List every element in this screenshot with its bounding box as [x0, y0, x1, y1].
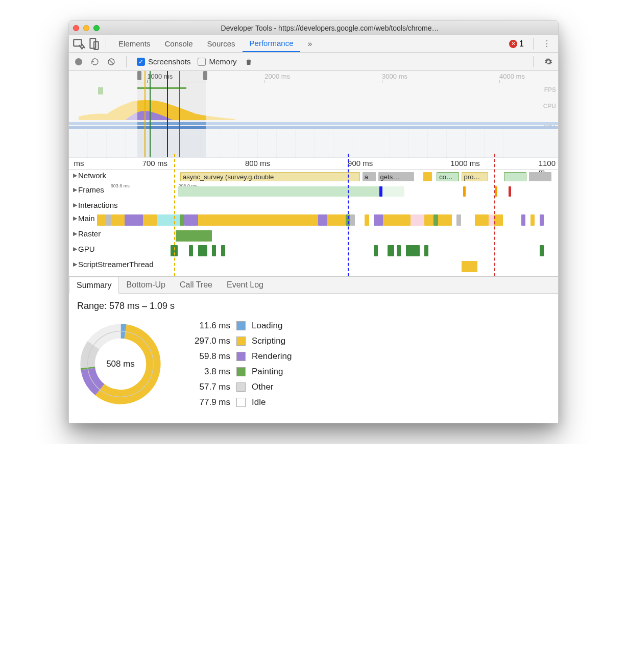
memory-checkbox[interactable]: Memory	[198, 57, 236, 66]
gpu-bar[interactable]	[189, 245, 193, 256]
delete-recording-button[interactable]	[244, 57, 253, 66]
reload-button[interactable]	[90, 57, 100, 66]
zoom-icon[interactable]	[93, 25, 100, 31]
network-bar[interactable]: a	[363, 172, 376, 181]
main-task-bar[interactable]	[365, 214, 369, 226]
main-task-bar[interactable]	[184, 214, 198, 226]
inspect-element-icon[interactable]	[72, 37, 85, 51]
legend-swatch	[236, 352, 246, 361]
lane-label: Raster	[78, 229, 101, 238]
disclosure-triangle-icon[interactable]: ▶	[73, 202, 77, 208]
gpu-bar[interactable]	[397, 245, 401, 256]
main-task-bar[interactable]	[106, 214, 111, 226]
main-task-bar[interactable]	[180, 214, 184, 226]
frame-bar[interactable]	[382, 186, 404, 197]
main-task-bar[interactable]	[411, 214, 424, 226]
main-task-bar[interactable]	[530, 214, 535, 226]
gpu-bar[interactable]	[540, 245, 544, 256]
screenshots-checkbox[interactable]: ✓ Screenshots	[137, 57, 190, 66]
main-task-bar[interactable]	[374, 214, 383, 226]
lane-network[interactable]: ▶Network async_survey (survey.g.double a…	[69, 170, 558, 184]
main-task-bar[interactable]	[350, 214, 355, 226]
legend-label: Rendering	[252, 351, 292, 362]
settings-icon[interactable]	[544, 57, 553, 66]
legend-value: 57.7 ms	[184, 382, 230, 392]
clear-button[interactable]	[107, 57, 116, 66]
gpu-bar[interactable]	[198, 245, 207, 256]
selection-handle-left[interactable]	[137, 71, 141, 80]
toggle-device-icon[interactable]	[87, 37, 101, 51]
network-bar[interactable]: async_survey (survey.g.double	[180, 172, 360, 181]
gpu-bar[interactable]	[406, 245, 420, 256]
legend: 11.6 msLoading297.0 msScripting59.8 msRe…	[184, 321, 292, 407]
lane-interactions[interactable]: ▶Interactions	[69, 200, 558, 213]
network-bar[interactable]: pro…	[462, 172, 489, 181]
gpu-bar[interactable]	[212, 245, 216, 256]
lane-script-streamer[interactable]: ▶ScriptStreamerThread	[69, 259, 558, 276]
legend-label: Scripting	[252, 336, 292, 346]
main-task-bar[interactable]	[521, 214, 525, 226]
disclosure-triangle-icon[interactable]: ▶	[73, 186, 77, 193]
legend-label: Painting	[252, 367, 292, 377]
network-bar[interactable]	[529, 172, 551, 181]
lane-main[interactable]: ▶Main	[69, 213, 558, 228]
disclosure-triangle-icon[interactable]: ▶	[73, 246, 77, 252]
lane-frames[interactable]: ▶Frames 603.6 ms 206.0 ms	[69, 184, 558, 200]
gpu-bar[interactable]	[221, 245, 225, 256]
lane-label: Interactions	[78, 201, 118, 209]
lane-gpu[interactable]: ▶GPU	[69, 244, 558, 259]
tab-console[interactable]: Console	[158, 35, 200, 52]
frame-bar[interactable]	[178, 186, 381, 197]
disclosure-triangle-icon[interactable]: ▶	[73, 172, 77, 179]
summary-tab-event-log[interactable]: Event Log	[220, 277, 271, 293]
lane-raster[interactable]: ▶Raster	[69, 228, 558, 244]
record-button[interactable]	[74, 57, 83, 66]
minimize-icon[interactable]	[83, 25, 89, 31]
gpu-bar[interactable]	[424, 245, 428, 256]
divider	[126, 56, 127, 67]
main-task-bar[interactable]	[540, 214, 544, 226]
summary-tab-summary[interactable]: Summary	[69, 277, 119, 294]
network-bar[interactable]: gets…	[378, 172, 414, 181]
main-task-bar[interactable]	[143, 214, 157, 226]
main-task-bar[interactable]	[198, 214, 318, 226]
main-task-bar[interactable]	[438, 214, 452, 226]
tab-performance[interactable]: Performance	[243, 35, 301, 52]
main-task-bar[interactable]	[327, 214, 346, 226]
main-task-bar[interactable]	[475, 214, 489, 226]
marker-line	[348, 154, 349, 276]
selection-handle-right[interactable]	[203, 71, 207, 80]
main-task-bar[interactable]	[433, 214, 438, 226]
main-task-bar[interactable]	[424, 214, 433, 226]
kebab-menu-icon[interactable]: ⋮	[539, 39, 555, 49]
close-icon[interactable]	[73, 25, 79, 31]
main-task-bar[interactable]	[97, 214, 106, 226]
overview-strip[interactable]: 1000 ms2000 ms3000 ms4000 ms FPS CPU NET	[69, 71, 558, 158]
network-bar[interactable]	[423, 172, 432, 181]
main-task-bar[interactable]	[489, 214, 493, 226]
main-task-bar[interactable]	[125, 214, 143, 226]
gpu-bar[interactable]	[374, 245, 378, 256]
tab-sources[interactable]: Sources	[200, 35, 243, 52]
main-task-bar[interactable]	[111, 214, 125, 226]
task-bar[interactable]	[462, 261, 478, 272]
disclosure-triangle-icon[interactable]: ▶	[73, 261, 77, 268]
gpu-bar[interactable]	[388, 245, 395, 256]
legend-value: 59.8 ms	[184, 351, 230, 362]
main-task-bar[interactable]	[318, 214, 327, 226]
error-badge[interactable]: ✕ 1	[509, 39, 524, 49]
network-bar[interactable]	[504, 172, 526, 181]
summary-tab-bottom-up[interactable]: Bottom-Up	[119, 277, 172, 293]
main-task-bar[interactable]	[456, 214, 461, 226]
main-task-bar[interactable]	[157, 214, 180, 226]
summary-tab-call-tree[interactable]: Call Tree	[173, 277, 220, 293]
disclosure-triangle-icon[interactable]: ▶	[73, 215, 77, 222]
more-tabs-button[interactable]: »	[302, 39, 317, 49]
network-bar[interactable]: co…	[437, 172, 459, 181]
disclosure-triangle-icon[interactable]: ▶	[73, 230, 77, 237]
tab-elements[interactable]: Elements	[111, 35, 158, 52]
main-task-bar[interactable]	[383, 214, 411, 226]
raster-bar[interactable]	[176, 230, 212, 242]
memory-label: Memory	[209, 57, 236, 66]
flame-chart[interactable]: ms700 ms800 ms900 ms1000 ms1100 m ▶Netwo…	[69, 158, 558, 276]
